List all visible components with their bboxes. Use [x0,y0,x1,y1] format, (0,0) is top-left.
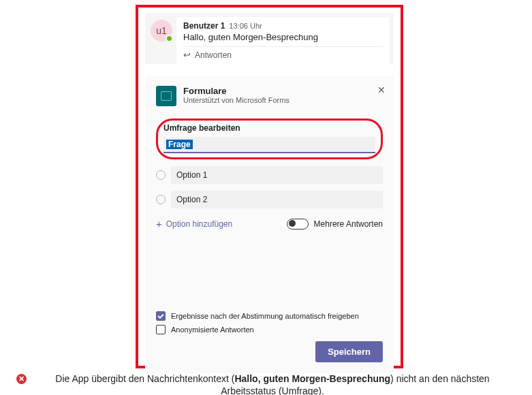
anonymous-checkbox[interactable] [156,325,166,334]
option-label: Option 2 [176,195,207,204]
share-results-label: Ergebnisse nach der Abstimmung automatis… [171,312,359,320]
option-input[interactable]: Option 1 [171,166,383,184]
forms-card: ✕ Formulare Unterstützt von Microsoft Fo… [145,76,394,373]
message-time: 13:06 Uhr [229,22,262,30]
highlight-frame: u1 Benutzer 1 13:06 Uhr Hallo, guten Mor… [136,5,403,368]
close-icon[interactable]: ✕ [377,84,386,95]
avatar-initials: u1 [156,25,167,36]
radio-icon[interactable] [156,170,166,180]
save-label: Speichern [328,347,371,357]
radio-icon[interactable] [156,195,166,204]
add-option-button[interactable]: + Option hinzufügen [156,218,232,230]
reply-label: Antworten [195,50,232,60]
edit-highlight: Umfrage bearbeiten Frage [156,118,383,159]
option-row: Option 2 [156,191,383,208]
caption-prefix: Die App übergibt den Nachrichtenkontext … [55,373,234,384]
message-card: u1 Benutzer 1 13:06 Uhr Hallo, guten Mor… [145,13,394,64]
forms-title: Formulare [183,86,290,96]
plus-icon: + [156,218,162,230]
presence-available-icon [166,35,173,42]
multiple-answers-label: Mehrere Antworten [314,219,383,229]
question-value: Frage [166,140,193,149]
save-button[interactable]: Speichern [315,341,383,362]
caption-bold: Hallo, guten Morgen-Besprechung [234,373,390,384]
add-option-label: Option hinzufügen [166,219,232,229]
avatar[interactable]: u1 [151,20,172,42]
caption: ✕ Die App übergibt den Nachrichtenkontex… [0,373,532,395]
option-input[interactable]: Option 2 [171,191,383,208]
question-input[interactable]: Frage [163,137,375,153]
reply-icon: ↩ [183,50,191,60]
forms-subtitle: Unterstützt von Microsoft Forms [183,96,290,104]
multiple-answers-toggle[interactable] [287,219,309,230]
reply-button[interactable]: ↩ Antworten [183,46,383,64]
message-author: Benutzer 1 [183,21,225,31]
option-row: Option 1 [156,166,383,184]
anonymous-label: Anonymisierte Antworten [171,326,254,334]
error-icon: ✕ [16,374,27,384]
forms-app-icon [156,86,176,106]
edit-heading: Umfrage bearbeiten [163,123,375,133]
option-label: Option 1 [176,170,207,180]
share-results-checkbox[interactable] [156,311,166,321]
message-text: Hallo, guten Morgen-Besprechung [183,32,383,42]
